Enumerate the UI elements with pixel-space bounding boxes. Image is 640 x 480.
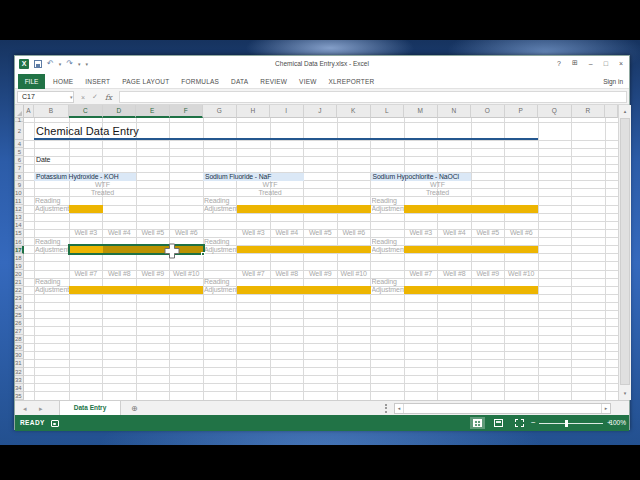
cell-section-2-adjustment-r12[interactable]: Adjustment: [204, 205, 240, 213]
new-sheet-icon[interactable]: ⊕: [131, 401, 138, 416]
cancel-icon[interactable]: ×: [81, 94, 85, 101]
row-header-14[interactable]: 14: [15, 221, 24, 229]
cell-section-2-well-top-1[interactable]: Well #4: [270, 229, 304, 237]
zoom-out-icon[interactable]: −: [531, 415, 536, 431]
cell-section-2-well-top-0[interactable]: Well #3: [237, 229, 271, 237]
page-layout-view-button[interactable]: [491, 417, 506, 429]
cell-section-3-well-bottom-0[interactable]: Well #7: [404, 270, 438, 278]
cell-section-3-wtf[interactable]: WTF: [404, 181, 471, 189]
row-header-32[interactable]: 32: [15, 368, 24, 376]
scroll-down-icon[interactable]: ▾: [619, 387, 631, 399]
entry-cell-row12-2[interactable]: [404, 205, 538, 213]
cell-section-1-well-top-1[interactable]: Well #4: [103, 229, 137, 237]
cell-section-2-well-bottom-0[interactable]: Well #7: [237, 270, 271, 278]
entry-cell-row12-1[interactable]: [237, 205, 371, 213]
row-header-18[interactable]: 18: [15, 254, 24, 262]
selection-fill-handle[interactable]: [201, 252, 205, 256]
cell-section-1-reading-r16[interactable]: Reading: [35, 238, 71, 246]
tab-view[interactable]: VIEW: [299, 78, 316, 85]
tab-split-handle[interactable]: [385, 404, 387, 413]
cell-section-1-reading-r21[interactable]: Reading: [35, 278, 71, 286]
column-header-M[interactable]: M: [404, 105, 438, 118]
vertical-scroll-thumb[interactable]: [620, 118, 630, 385]
formula-input[interactable]: [119, 91, 627, 103]
cell-section-2-well-bottom-1[interactable]: Well #8: [270, 270, 304, 278]
row-header-19[interactable]: 19: [15, 262, 24, 270]
cell-section-3-well-top-3[interactable]: Well #6: [505, 229, 539, 237]
cell-section-3-reading-r11[interactable]: Reading: [372, 197, 408, 205]
row-header-17[interactable]: 17: [15, 246, 24, 254]
column-header-N[interactable]: N: [438, 105, 472, 118]
cell-section-1-adjustment-r17[interactable]: Adjustment: [35, 246, 71, 254]
cell-section-3-adjustment-r12[interactable]: Adjustment: [372, 205, 408, 213]
cell-section-3-treated[interactable]: Treated: [404, 189, 471, 197]
row-header-16[interactable]: 16: [15, 238, 24, 246]
cell-section-2-adjustment-r22[interactable]: Adjustment: [204, 286, 240, 294]
cell-section-2-well-top-3[interactable]: Well #6: [337, 229, 371, 237]
horizontal-scrollbar[interactable]: ◂ ▸: [394, 403, 611, 414]
cell-section-3-well-bottom-2[interactable]: Well #9: [471, 270, 505, 278]
normal-view-button[interactable]: [470, 417, 485, 429]
row-header-35[interactable]: 35: [15, 392, 24, 400]
cell-section-1-wtf[interactable]: WTF: [69, 181, 136, 189]
row-header-9[interactable]: 9: [15, 181, 24, 189]
row-header-34[interactable]: 34: [15, 384, 24, 392]
cell-section-1-treated[interactable]: Treated: [69, 189, 136, 197]
cell-section-2-reading-r16[interactable]: Reading: [204, 238, 240, 246]
cell-section-1-adjustment-r22[interactable]: Adjustment: [35, 286, 71, 294]
row-header-29[interactable]: 29: [15, 343, 24, 351]
cell-section-1-well-bottom-0[interactable]: Well #7: [69, 270, 103, 278]
sheet-tab-data-entry[interactable]: Data Entry: [59, 401, 121, 416]
sign-in-link[interactable]: Sign in: [603, 74, 623, 89]
column-header-E[interactable]: E: [136, 105, 170, 118]
cell-section-3-adjustment-r17[interactable]: Adjustment: [372, 246, 408, 254]
tab-page-layout[interactable]: PAGE LAYOUT: [122, 78, 169, 85]
column-header-D[interactable]: D: [103, 105, 137, 118]
macro-record-icon[interactable]: [51, 420, 59, 427]
cell-section-2-well-bottom-2[interactable]: Well #9: [304, 270, 338, 278]
cell-section-1-well-top-0[interactable]: Well #3: [69, 229, 103, 237]
row-header-31[interactable]: 31: [15, 359, 24, 367]
cell-section-1-well-bottom-3[interactable]: Well #10: [170, 270, 204, 278]
column-header-A[interactable]: A: [24, 105, 34, 118]
row-header-20[interactable]: 20: [15, 270, 24, 278]
row-header-13[interactable]: 13: [15, 213, 24, 221]
entry-cell-row17-1[interactable]: [237, 246, 371, 254]
tab-insert[interactable]: INSERT: [85, 78, 110, 85]
help-icon[interactable]: ?: [557, 60, 561, 67]
cell-section-2-reading-r11[interactable]: Reading: [204, 197, 240, 205]
enter-icon[interactable]: ✓: [92, 93, 98, 101]
maximize-icon[interactable]: □: [604, 60, 608, 67]
row-header-4[interactable]: 4: [15, 140, 24, 148]
vertical-scrollbar[interactable]: ▴ ▾: [618, 105, 631, 400]
tab-file[interactable]: FILE: [18, 74, 45, 89]
cell-section-2-treated[interactable]: Treated: [237, 189, 304, 197]
column-header-Q[interactable]: Q: [538, 105, 572, 118]
name-box[interactable]: C17: [17, 91, 74, 103]
insert-function-icon[interactable]: fx: [105, 93, 112, 102]
column-header-H[interactable]: H: [237, 105, 271, 118]
cell-section-3-well-bottom-3[interactable]: Well #10: [505, 270, 539, 278]
row-header-28[interactable]: 28: [15, 335, 24, 343]
cell-section-1-well-bottom-1[interactable]: Well #8: [103, 270, 137, 278]
cell-section-1-title[interactable]: Potassium Hydroxide - KOH: [34, 173, 156, 181]
row-header-12[interactable]: 12: [15, 205, 24, 213]
row-header-10[interactable]: 10: [15, 189, 24, 197]
tab-xlreporter[interactable]: XLREPORTER: [329, 78, 375, 85]
cell-date-label[interactable]: Date: [36, 156, 66, 164]
column-header-C[interactable]: C: [69, 105, 103, 118]
cell-section-1-reading-r11[interactable]: Reading: [35, 197, 71, 205]
tab-data[interactable]: DATA: [231, 78, 248, 85]
previous-sheet-icon[interactable]: ◂: [23, 401, 27, 416]
page-break-view-button[interactable]: [512, 417, 527, 429]
tab-review[interactable]: REVIEW: [260, 78, 287, 85]
row-header-22[interactable]: 22: [15, 286, 24, 294]
row-header-6[interactable]: 6: [15, 156, 24, 164]
cell-section-3-well-top-1[interactable]: Well #4: [438, 229, 472, 237]
ribbon-display-options-icon[interactable]: ⊞: [572, 59, 578, 67]
tab-home[interactable]: HOME: [53, 78, 73, 85]
column-header-K[interactable]: K: [337, 105, 371, 118]
row-header-11[interactable]: 11: [15, 197, 24, 205]
scroll-right-icon[interactable]: ▸: [601, 404, 610, 413]
column-header-J[interactable]: J: [304, 105, 338, 118]
